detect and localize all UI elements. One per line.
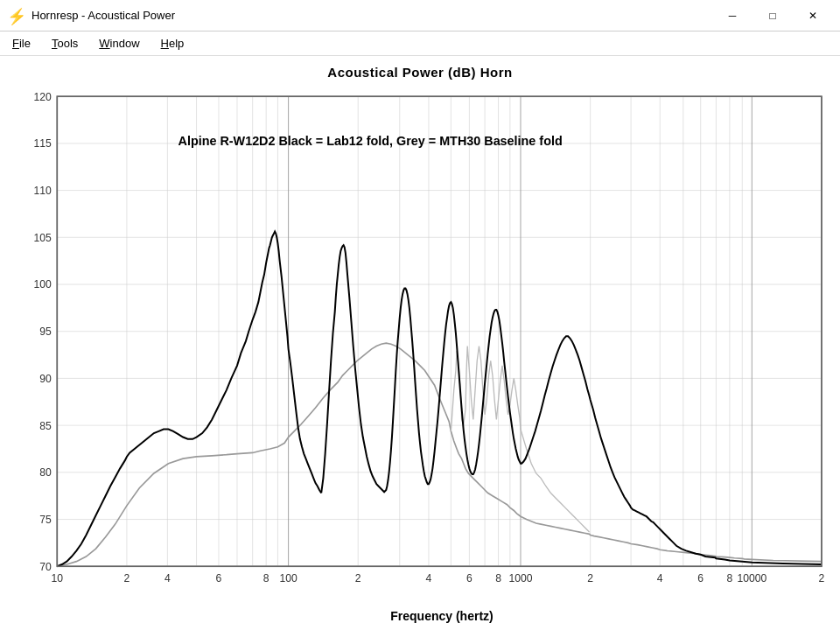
svg-text:110: 110 [33, 185, 51, 197]
svg-text:100: 100 [33, 278, 51, 290]
svg-text:120: 120 [33, 91, 51, 103]
svg-text:8: 8 [263, 572, 270, 584]
svg-text:80: 80 [39, 466, 52, 479]
title-text: Hornresp - Acoustical Power [32, 9, 175, 22]
svg-text:2: 2 [355, 572, 361, 584]
svg-text:2: 2 [819, 572, 825, 584]
close-button[interactable]: ✕ [793, 0, 833, 32]
svg-text:100: 100 [279, 572, 297, 584]
app-icon: ⚡ [7, 7, 24, 24]
chart-container: Acoustical Power (dB) Horn [0, 56, 840, 630]
svg-text:2: 2 [587, 572, 593, 584]
menu-window[interactable]: Window [90, 35, 148, 52]
svg-text:95: 95 [39, 326, 52, 338]
svg-text:6: 6 [466, 572, 472, 584]
svg-text:4: 4 [426, 572, 432, 584]
menu-bar: File Tools Window Help [0, 32, 840, 56]
svg-text:4: 4 [164, 572, 171, 584]
minimize-button[interactable]: ─ [712, 0, 752, 32]
svg-text:70: 70 [39, 561, 52, 573]
x-axis-label: Frequency (hertz) [9, 606, 831, 630]
main-chart: 120 115 110 105 100 95 90 85 80 75 70 [9, 87, 831, 606]
svg-text:115: 115 [33, 137, 51, 150]
svg-text:75: 75 [39, 514, 52, 526]
title-bar-left: ⚡ Hornresp - Acoustical Power [7, 7, 175, 24]
svg-text:8: 8 [727, 572, 733, 584]
svg-text:8: 8 [495, 572, 501, 584]
svg-text:6: 6 [697, 572, 704, 584]
menu-help[interactable]: Help [152, 35, 193, 52]
svg-text:85: 85 [39, 420, 52, 432]
chart-body: 120 115 110 105 100 95 90 85 80 75 70 [9, 87, 831, 630]
maximize-button[interactable]: □ [752, 0, 793, 32]
chart-area: 120 115 110 105 100 95 90 85 80 75 70 [9, 87, 831, 630]
menu-tools[interactable]: Tools [43, 35, 87, 52]
svg-text:4: 4 [657, 572, 663, 584]
svg-text:90: 90 [39, 373, 52, 385]
svg-text:1000: 1000 [508, 572, 532, 584]
svg-text:105: 105 [33, 232, 51, 244]
svg-text:6: 6 [216, 572, 222, 584]
svg-text:2: 2 [124, 572, 130, 584]
window-controls: ─ □ ✕ [712, 0, 833, 32]
svg-text:10: 10 [52, 572, 64, 584]
title-bar: ⚡ Hornresp - Acoustical Power ─ □ ✕ [0, 0, 840, 32]
svg-text:10000: 10000 [737, 572, 766, 584]
menu-file[interactable]: File [4, 35, 39, 52]
chart-annotation: Alpine R-W12D2 Black = Lab12 fold, Grey … [178, 134, 563, 148]
chart-title: Acoustical Power (dB) Horn [327, 65, 512, 80]
chart-svg-wrapper: 120 115 110 105 100 95 90 85 80 75 70 [9, 87, 831, 606]
